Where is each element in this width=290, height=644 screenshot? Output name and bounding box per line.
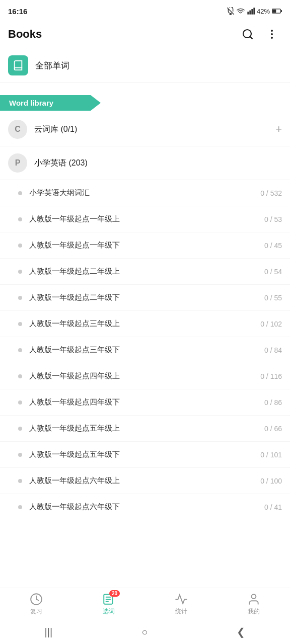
cloud-label: 云词库 (0/1): [34, 124, 275, 135]
nav-label-profile: 我的: [248, 607, 260, 616]
sub-item[interactable]: 人教版一年级起点五年级上 0 / 66: [0, 416, 290, 442]
svg-rect-8: [281, 10, 282, 12]
sub-bullet: [18, 427, 22, 431]
sub-item-label: 人教版一年级起点四年级上: [29, 371, 260, 381]
more-button[interactable]: [262, 24, 282, 44]
sub-item-count: 0 / 66: [264, 425, 282, 433]
primary-avatar: P: [8, 153, 27, 173]
mute-icon: [227, 7, 235, 15]
sub-bullet: [18, 374, 22, 378]
sub-bullet: [18, 244, 22, 248]
sub-item[interactable]: 人教版一年级起点四年级上 0 / 116: [0, 363, 290, 389]
sub-item[interactable]: 人教版一年级起点一年级下 0 / 45: [0, 232, 290, 259]
sub-item[interactable]: 人教版一年级起点四年级下 0 / 86: [0, 389, 290, 416]
sub-item-label: 人教版一年级起点三年级下: [29, 345, 264, 355]
sub-item[interactable]: 人教版一年级起点三年级下 0 / 84: [0, 337, 290, 363]
sub-item-label: 人教版一年级起点五年级下: [29, 450, 260, 459]
sub-bullet: [18, 400, 22, 405]
nav-item-stats[interactable]: 统计: [145, 592, 218, 616]
sub-item[interactable]: 人教版一年级起点三年级上 0 / 102: [0, 311, 290, 337]
nav-icon-stats: [174, 592, 188, 606]
sub-bullet: [18, 217, 22, 221]
sub-item-label: 人教版一年级起点四年级下: [29, 397, 264, 407]
sub-item-label: 人教版一年级起点六年级上: [29, 476, 260, 486]
system-nav-bar: ||| ○ ❮: [0, 620, 290, 644]
book-icon: [13, 60, 24, 71]
nav-icon-words: 20: [102, 592, 116, 606]
sub-item[interactable]: 人教版一年级起点一年级上 0 / 53: [0, 206, 290, 232]
sub-item-count: 0 / 101: [260, 451, 282, 459]
home-button[interactable]: ○: [141, 626, 148, 638]
back-button[interactable]: ❮: [237, 626, 245, 638]
primary-section-row[interactable]: P 小学英语 (203): [0, 146, 290, 180]
sub-item-count: 0 / 84: [264, 346, 282, 354]
app-bar-actions: [238, 24, 282, 44]
bottom-nav: 复习 20 选词 统计 我的: [0, 588, 290, 620]
person-icon: [247, 593, 260, 606]
sub-item-count: 0 / 86: [264, 398, 282, 407]
sub-item-label: 小学英语大纲词汇: [29, 188, 260, 198]
svg-line-11: [250, 37, 252, 39]
svg-rect-3: [247, 12, 249, 14]
sub-item-count: 0 / 41: [264, 503, 282, 511]
cloud-avatar: C: [8, 120, 27, 139]
svg-rect-4: [249, 11, 251, 15]
sub-bullet: [18, 348, 22, 352]
sub-item[interactable]: 小学英语大纲词汇 0 / 532: [0, 180, 290, 206]
sub-bullet: [18, 270, 22, 274]
words-badge: 20: [109, 590, 120, 597]
svg-rect-6: [253, 8, 255, 14]
sub-item[interactable]: 人教版一年级起点六年级上 0 / 100: [0, 468, 290, 494]
app-bar: Books: [0, 20, 290, 48]
nav-item-profile[interactable]: 我的: [218, 592, 290, 616]
all-words-icon: [8, 55, 28, 75]
signal-icon: [247, 7, 255, 15]
sub-item-label: 人教版一年级起点五年级上: [29, 424, 264, 433]
svg-rect-9: [272, 10, 276, 13]
sub-item-count: 0 / 54: [264, 268, 282, 276]
sub-item[interactable]: 人教版一年级起点六年级下 0 / 41: [0, 494, 290, 520]
svg-point-12: [271, 30, 273, 32]
add-cloud-button[interactable]: +: [275, 123, 282, 136]
sub-bullet: [18, 505, 22, 509]
nav-label-review: 复习: [30, 607, 42, 616]
search-icon: [242, 28, 254, 40]
clock-icon: [30, 593, 43, 606]
sub-item-label: 人教版一年级起点二年级下: [29, 293, 264, 302]
all-words-row[interactable]: 全部单词: [0, 48, 290, 83]
battery-icon: [272, 8, 282, 14]
nav-item-words[interactable]: 20 选词: [72, 592, 145, 616]
svg-rect-5: [251, 9, 253, 15]
sub-bullet: [18, 322, 22, 326]
search-button[interactable]: [238, 24, 258, 44]
primary-label: 小学英语 (203): [34, 158, 282, 169]
status-bar: 16:16 42%: [0, 0, 290, 20]
sub-item-count: 0 / 55: [264, 294, 282, 302]
nav-item-review[interactable]: 复习: [0, 592, 72, 616]
svg-point-20: [252, 594, 256, 599]
status-time: 16:16: [8, 7, 27, 16]
recent-apps-button[interactable]: |||: [45, 626, 53, 638]
sub-item-label: 人教版一年级起点三年级上: [29, 319, 260, 329]
word-library-section: Word library: [0, 89, 290, 111]
sub-item-label: 人教版一年级起点一年级上: [29, 214, 264, 224]
sub-item[interactable]: 人教版一年级起点二年级下 0 / 55: [0, 285, 290, 311]
cloud-section-row[interactable]: C 云词库 (0/1) +: [0, 113, 290, 146]
sub-items-list: 小学英语大纲词汇 0 / 532 人教版一年级起点一年级上 0 / 53 人教版…: [0, 180, 290, 520]
sub-item[interactable]: 人教版一年级起点五年级下 0 / 101: [0, 442, 290, 468]
sub-item-label: 人教版一年级起点六年级下: [29, 502, 264, 512]
sub-item-label: 人教版一年级起点一年级下: [29, 240, 264, 250]
sub-item-count: 0 / 100: [260, 477, 282, 485]
nav-icon-profile: [247, 592, 261, 606]
status-icons: 42%: [227, 7, 282, 15]
sub-item-count: 0 / 116: [260, 372, 282, 380]
nav-icon-review: [29, 592, 43, 606]
wifi-icon: [237, 7, 245, 15]
more-icon: [266, 28, 278, 40]
sub-item-count: 0 / 45: [264, 242, 282, 250]
app-title: Books: [8, 28, 42, 41]
sub-bullet: [18, 191, 22, 195]
sub-item[interactable]: 人教版一年级起点二年级上 0 / 54: [0, 259, 290, 285]
sub-bullet: [18, 296, 22, 300]
battery-text: 42%: [257, 8, 270, 15]
